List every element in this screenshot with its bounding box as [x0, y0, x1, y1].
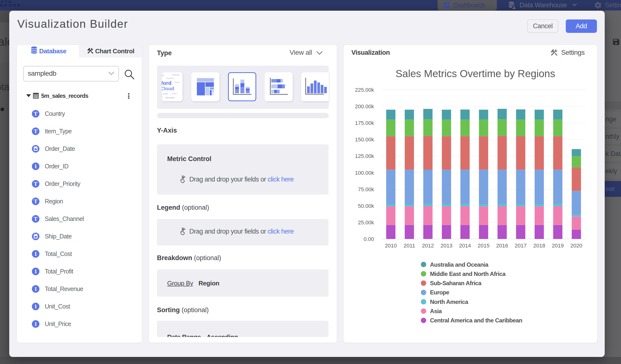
svg-text:Sales Metrics Overtime by Regi: Sales Metrics Overtime by Regions	[396, 68, 555, 79]
svg-text:2020: 2020	[570, 243, 582, 249]
svg-text:Europe: Europe	[430, 289, 449, 296]
svg-text:2012: 2012	[422, 243, 434, 249]
svg-text:200.00k: 200.00k	[355, 104, 374, 109]
svg-text:2018: 2018	[534, 243, 545, 249]
svg-text:0.00: 0.00	[363, 236, 374, 242]
svg-text:50.00k: 50.00k	[358, 203, 374, 209]
svg-text:2016: 2016	[496, 243, 508, 249]
svg-text:175.00k: 175.00k	[355, 120, 374, 126]
svg-text:Australia and Oceania: Australia and Oceania	[430, 261, 489, 268]
svg-text:2014: 2014	[459, 243, 471, 249]
svg-text:North America: North America	[430, 298, 468, 305]
svg-text:Central America and the Caribb: Central America and the Caribbean	[430, 317, 522, 324]
svg-text:100.00k: 100.00k	[355, 170, 374, 176]
svg-text:2017: 2017	[515, 243, 527, 249]
svg-text:2019: 2019	[552, 243, 564, 249]
svg-text:2015: 2015	[478, 243, 490, 249]
svg-text:2010: 2010	[385, 243, 397, 249]
svg-text:Middle East and North Africa: Middle East and North Africa	[430, 271, 506, 277]
svg-text:125.00k: 125.00k	[355, 153, 374, 159]
svg-text:2011: 2011	[404, 243, 415, 249]
svg-text:25.00k: 25.00k	[358, 220, 374, 225]
svg-text:75.00k: 75.00k	[358, 186, 374, 192]
svg-text:2013: 2013	[440, 243, 452, 249]
svg-text:150.00k: 150.00k	[355, 137, 374, 143]
svg-text:225.00k: 225.00k	[355, 87, 374, 93]
svg-text:Asia: Asia	[430, 308, 442, 314]
svg-text:Sub-Saharan Africa: Sub-Saharan Africa	[430, 280, 482, 286]
